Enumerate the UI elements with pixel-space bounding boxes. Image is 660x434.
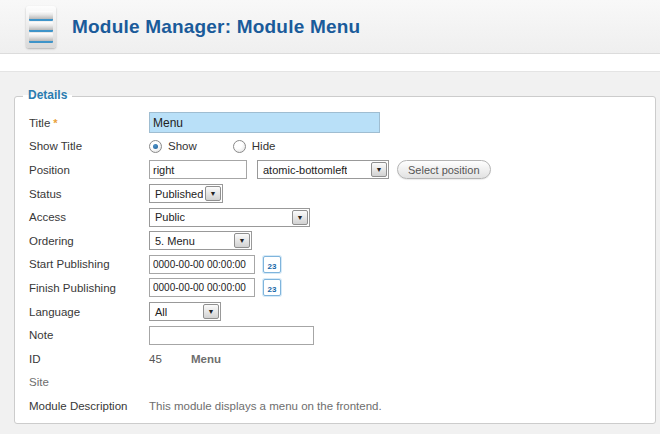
hide-radio[interactable] xyxy=(233,140,246,153)
hide-radio-label[interactable]: Hide xyxy=(252,140,276,152)
finish-publishing-input[interactable] xyxy=(149,278,255,297)
language-label: Language xyxy=(29,306,149,318)
position-label: Position xyxy=(29,164,149,176)
ordering-label: Ordering xyxy=(29,235,149,247)
show-title-radio-group: Show Hide xyxy=(149,140,275,153)
note-row: Note xyxy=(29,323,655,347)
language-select[interactable]: All xyxy=(149,302,221,321)
page-title: Module Manager: Module Menu xyxy=(72,16,360,38)
chevron-down-icon[interactable] xyxy=(371,162,387,177)
calendar-icon[interactable]: 23 xyxy=(263,256,281,273)
title-label: Title* xyxy=(29,117,149,129)
position-row: Position atomic-bottomleft Select positi… xyxy=(29,158,655,182)
chevron-down-icon[interactable] xyxy=(203,304,219,319)
id-row: ID 45 Menu xyxy=(29,347,655,371)
module-description-text: This module displays a menu on the front… xyxy=(149,400,382,412)
status-row: Status Published xyxy=(29,182,655,206)
position-select[interactable]: atomic-bottomleft xyxy=(257,160,389,179)
status-select[interactable]: Published xyxy=(149,184,223,203)
module-name: Menu xyxy=(191,353,221,365)
content-area: Details Title* Show Title Show Hide Posi… xyxy=(0,71,660,434)
id-value: 45 xyxy=(149,353,191,365)
ordering-row: Ordering 5. Menu xyxy=(29,229,655,253)
details-fieldset: Details Title* Show Title Show Hide Posi… xyxy=(14,96,656,424)
start-publishing-row: Start Publishing 23 xyxy=(29,253,655,277)
position-input[interactable] xyxy=(149,160,247,179)
start-publishing-input[interactable] xyxy=(149,255,255,274)
show-radio-label[interactable]: Show xyxy=(168,140,197,152)
header-spacer xyxy=(0,54,660,71)
details-legend: Details xyxy=(23,88,72,102)
page-header: Module Manager: Module Menu xyxy=(0,0,660,54)
title-input[interactable] xyxy=(149,112,380,133)
finish-publishing-row: Finish Publishing 23 xyxy=(29,276,655,300)
chevron-down-icon[interactable] xyxy=(205,186,221,201)
module-description-label: Module Description xyxy=(29,400,149,412)
required-star: * xyxy=(53,117,57,129)
module-description-row: Module Description This module displays … xyxy=(29,394,655,418)
note-label: Note xyxy=(29,329,149,341)
site-label: Site xyxy=(29,376,149,388)
finish-publishing-label: Finish Publishing xyxy=(29,282,149,294)
chevron-down-icon[interactable] xyxy=(234,233,250,248)
calendar-icon[interactable]: 23 xyxy=(263,279,281,296)
start-publishing-label: Start Publishing xyxy=(29,258,149,270)
select-position-button[interactable]: Select position xyxy=(397,160,491,179)
title-row: Title* xyxy=(29,111,655,135)
site-row: Site xyxy=(29,371,655,395)
show-radio[interactable] xyxy=(149,140,162,153)
access-row: Access Public xyxy=(29,205,655,229)
chevron-down-icon[interactable] xyxy=(292,210,308,225)
access-select[interactable]: Public xyxy=(149,208,310,227)
note-input[interactable] xyxy=(149,326,314,345)
access-label: Access xyxy=(29,211,149,223)
modules-stack-icon xyxy=(26,6,56,48)
show-title-label: Show Title xyxy=(29,140,149,152)
id-label: ID xyxy=(29,353,149,365)
ordering-select[interactable]: 5. Menu xyxy=(149,231,252,250)
status-label: Status xyxy=(29,188,149,200)
language-row: Language All xyxy=(29,300,655,324)
show-title-row: Show Title Show Hide xyxy=(29,135,655,159)
